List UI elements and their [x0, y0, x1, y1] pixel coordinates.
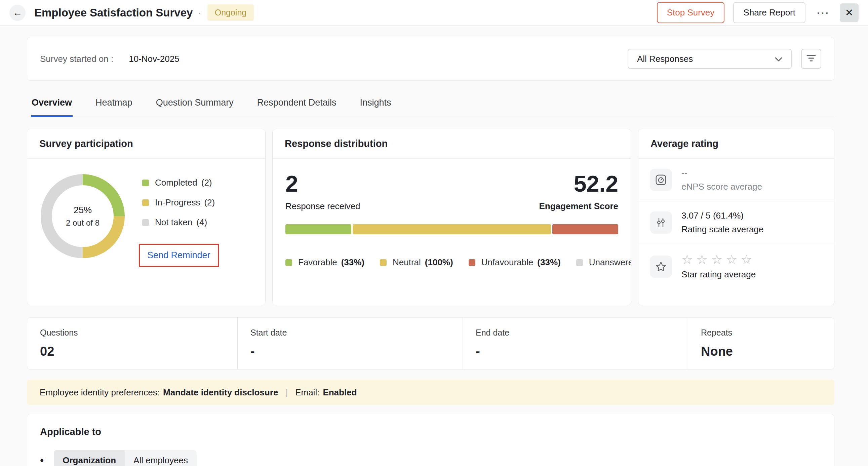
distribution-body: 2 Response received 52.2 Engagement Scor…: [273, 159, 631, 268]
star-outline-icon: ☆: [696, 252, 711, 267]
legend-count: (4): [196, 217, 207, 228]
main-content: Survey started on : 10-Nov-2025 All Resp…: [0, 26, 868, 466]
stat-label: End date: [476, 328, 675, 338]
in-progress-swatch: [142, 199, 149, 206]
send-reminder-highlight: Send Reminder: [139, 244, 219, 267]
responses-filter-value: All Responses: [637, 54, 693, 64]
rating-scale-label: Rating scale average: [681, 224, 764, 235]
legend-value: (100%): [425, 257, 453, 268]
email-value: Enabled: [323, 387, 357, 398]
stat-label: Questions: [40, 328, 224, 338]
star-rating-average-row: ☆☆☆☆☆ Star rating average: [639, 244, 834, 289]
applicable-chip-organization: Organization: [54, 450, 125, 466]
applicable-to-title: Applicable to: [40, 426, 821, 437]
stat-value: 02: [40, 344, 224, 359]
report-tabs: Overview Heatmap Question Summary Respon…: [27, 92, 834, 117]
responses-received-label: Response received: [285, 201, 361, 212]
legend-label: Unfavourable: [482, 257, 533, 268]
distribution-bar-segment: [353, 224, 551, 234]
star-outline-icon: ☆: [711, 252, 726, 267]
legend-item-not-taken: Not taken (4): [142, 217, 219, 228]
rating-scale-text: 3.07 / 5 (61.4%) Rating scale average: [681, 211, 764, 235]
legend-item-unfavourable: Unfavourable (33%): [469, 257, 561, 268]
status-badge: Ongoing: [208, 4, 254, 21]
tab-respondent-details[interactable]: Respondent Details: [256, 92, 337, 117]
legend-label: Favorable: [298, 257, 337, 268]
header-actions: Stop Survey Share Report ⋯ ✕: [657, 2, 859, 23]
identity-value: Mandate identity disclosure: [163, 387, 278, 398]
unanswered-swatch: [576, 259, 583, 266]
survey-started-value: 10-Nov-2025: [129, 54, 179, 64]
donut-center: 25% 2 out of 8: [41, 174, 125, 258]
star-icon: [650, 255, 672, 278]
bullet-icon: •: [40, 454, 44, 466]
more-options-icon[interactable]: ⋯: [814, 5, 831, 20]
responses-received-block: 2 Response received: [285, 172, 361, 212]
stat-value: -: [476, 344, 675, 359]
survey-started-label: Survey started on :: [40, 54, 113, 64]
stat-end-date: End date -: [463, 318, 688, 369]
close-icon: ✕: [845, 7, 853, 19]
donut-sub-label: 2 out of 8: [66, 218, 99, 228]
survey-info-bar: Survey started on : 10-Nov-2025 All Resp…: [27, 37, 834, 81]
completed-swatch: [142, 180, 149, 186]
star-outline-icon: ☆: [681, 252, 696, 267]
rating-card-title: Average rating: [639, 129, 834, 159]
back-arrow-icon: ←: [13, 7, 22, 18]
participation-card-title: Survey participation: [27, 129, 265, 159]
rating-scale-value: 3.07 / 5 (61.4%): [681, 211, 764, 221]
legend-item-favorable: Favorable (33%): [285, 257, 364, 268]
legend-label: In-Progress: [155, 197, 200, 208]
participation-donut: 25% 2 out of 8: [41, 174, 125, 258]
rating-scale-icon: [650, 212, 672, 234]
back-button[interactable]: ←: [9, 5, 26, 21]
app-header: ← Employee Satisfaction Survey · Ongoing…: [0, 0, 868, 26]
distribution-bar-segment: [552, 224, 618, 234]
legend-count: (2): [204, 197, 215, 208]
tab-heatmap[interactable]: Heatmap: [95, 92, 133, 117]
filter-button[interactable]: [801, 49, 821, 69]
tab-question-summary[interactable]: Question Summary: [155, 92, 234, 117]
stat-start-date: Start date -: [237, 318, 463, 369]
distribution-bar: [285, 224, 618, 234]
stat-label: Repeats: [701, 328, 821, 338]
response-distribution-card: Response distribution 2 Response receive…: [272, 129, 631, 305]
filter-icon: [806, 54, 816, 64]
legend-item-unanswered: Unanswered (0%): [576, 257, 631, 268]
legend-item-in-progress: In-Progress (2): [142, 197, 219, 208]
neutral-swatch: [380, 259, 386, 266]
participation-body: 25% 2 out of 8 Completed (2) In-Progress…: [27, 159, 265, 267]
distribution-legend: Favorable (33%) Neutral (100%) Unfavoura…: [285, 257, 618, 268]
tab-insights[interactable]: Insights: [359, 92, 392, 117]
legend-label: Unanswered: [589, 257, 631, 268]
share-report-button[interactable]: Share Report: [733, 2, 805, 23]
legend-label: Neutral: [393, 257, 421, 268]
stat-value: None: [701, 344, 821, 359]
identity-preferences-bar: Employee identity preferences: Mandate i…: [27, 380, 834, 405]
title-separator-dot: ·: [198, 7, 201, 18]
enps-text: -- eNPS score average: [681, 168, 762, 192]
chevron-down-icon: [775, 54, 782, 64]
star-outline-icon: ☆: [741, 252, 755, 267]
identity-separator: |: [285, 387, 288, 398]
legend-count: (2): [202, 178, 212, 188]
stop-survey-button[interactable]: Stop Survey: [657, 2, 725, 23]
participation-legend: Completed (2) In-Progress (2) Not taken …: [142, 174, 219, 267]
responses-filter-dropdown[interactable]: All Responses: [628, 49, 792, 69]
tab-overview[interactable]: Overview: [31, 92, 72, 117]
legend-label: Not taken: [155, 217, 192, 228]
send-reminder-link[interactable]: Send Reminder: [147, 250, 211, 260]
distribution-bar-segment: [285, 224, 351, 234]
engagement-score-label: Engagement Score: [539, 201, 618, 212]
page-title: Employee Satisfaction Survey: [34, 6, 193, 19]
star-outline-icon: ☆: [726, 252, 741, 267]
engagement-score-block: 52.2 Engagement Score: [539, 172, 618, 212]
applicable-to-row: • Organization All employees: [40, 450, 821, 466]
stat-questions: Questions 02: [27, 318, 237, 369]
enps-label: eNPS score average: [681, 182, 762, 192]
overview-cards: Survey participation 25% 2 out of 8 Comp…: [27, 129, 834, 305]
applicable-chip-all-employees: All employees: [125, 450, 197, 466]
close-button[interactable]: ✕: [840, 3, 859, 22]
email-label: Email:: [295, 387, 319, 398]
stat-value: -: [250, 344, 450, 359]
